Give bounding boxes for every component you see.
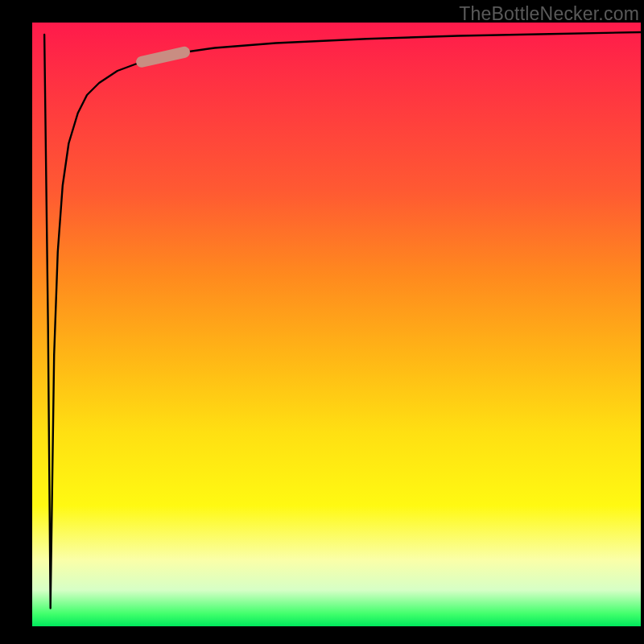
chart-svg — [32, 23, 641, 626]
curve-marker — [142, 52, 184, 62]
bottleneck-curve — [44, 32, 641, 609]
watermark-text: TheBottleNecker.com — [459, 3, 639, 25]
chart-plot-area — [32, 23, 641, 626]
chart-frame: TheBottleNecker.com — [0, 0, 644, 644]
